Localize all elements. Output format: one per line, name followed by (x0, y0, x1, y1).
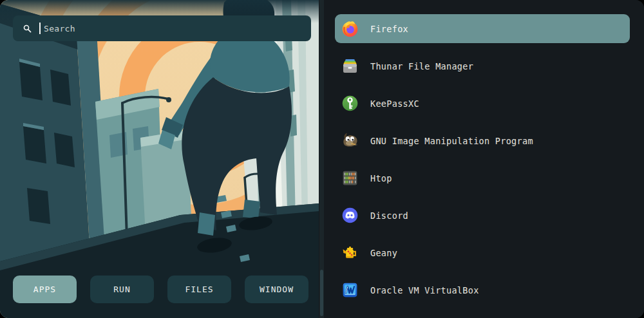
launcher-window: Search APPS RUN FILES WINDOW Firefox Thu… (0, 0, 644, 318)
firefox-icon (341, 19, 359, 38)
search-icon (21, 23, 33, 35)
app-label: Firefox (370, 24, 408, 34)
app-list: Firefox Thunar File Manager KeePassXC GN… (335, 14, 630, 304)
app-row-geany[interactable]: Geany (335, 238, 630, 267)
app-label: Htop (370, 173, 392, 183)
thunar-icon (341, 57, 359, 75)
tab-label: WINDOW (260, 285, 294, 294)
app-label: KeePassXC (370, 98, 419, 109)
tab-apps[interactable]: APPS (13, 276, 77, 303)
geany-icon (341, 243, 359, 262)
left-panel: Search APPS RUN FILES WINDOW (0, 0, 319, 318)
text-cursor (39, 23, 41, 34)
discord-icon (341, 206, 359, 225)
tab-files[interactable]: FILES (167, 276, 231, 303)
search-placeholder: Search (44, 24, 75, 33)
app-row-thunar-file-manager[interactable]: Thunar File Manager (335, 51, 630, 80)
app-row-htop[interactable]: Htop (335, 164, 630, 192)
app-row-gnu-image-manipulation-program[interactable]: GNU Image Manipulation Program (335, 126, 630, 155)
virtualbox-icon (341, 281, 359, 299)
gimp-icon (341, 131, 359, 150)
app-row-keepassxc[interactable]: KeePassXC (335, 89, 630, 118)
app-row-oracle-vm-virtualbox[interactable]: Oracle VM VirtualBox (335, 276, 630, 304)
app-list-panel: Firefox Thunar File Manager KeePassXC GN… (319, 0, 644, 318)
app-row-firefox[interactable]: Firefox (335, 14, 630, 43)
tab-window[interactable]: WINDOW (245, 276, 308, 303)
scrollbar-thumb[interactable] (320, 270, 323, 316)
app-row-discord[interactable]: Discord (335, 201, 630, 230)
app-label: Oracle VM VirtualBox (370, 285, 479, 295)
search-input[interactable]: Search (13, 15, 311, 41)
app-label: Thunar File Manager (370, 61, 473, 71)
tab-run[interactable]: RUN (90, 276, 154, 303)
app-label: GNU Image Manipulation Program (370, 136, 533, 146)
mode-tabs: APPS RUN FILES WINDOW (13, 276, 308, 303)
app-label: Geany (370, 248, 397, 258)
tab-label: RUN (113, 285, 130, 294)
tab-label: APPS (33, 285, 56, 294)
scrollbar[interactable] (319, 0, 324, 318)
tab-label: FILES (185, 285, 213, 294)
htop-icon (341, 169, 359, 187)
app-label: Discord (370, 210, 408, 221)
keepassxc-icon (341, 94, 359, 113)
wallpaper-illustration (0, 0, 319, 318)
